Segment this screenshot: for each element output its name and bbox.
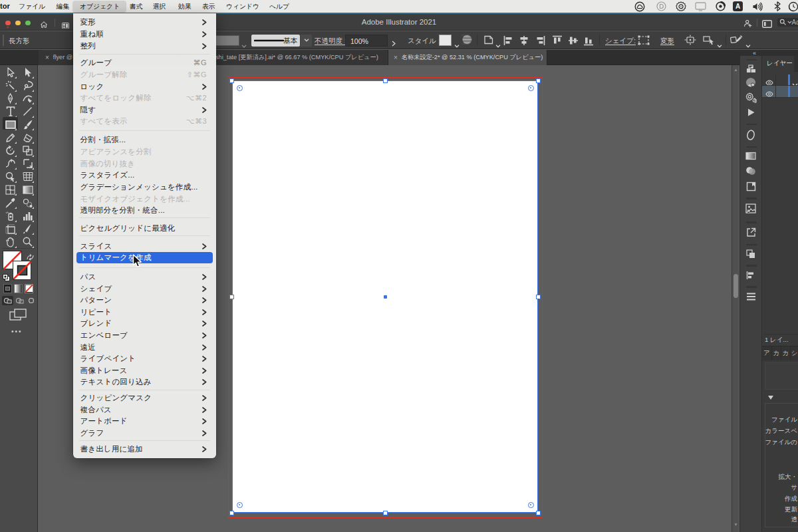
selection-handle[interactable] — [229, 511, 234, 515]
corner-widget[interactable] — [237, 85, 243, 91]
default-fill-stroke-icon[interactable] — [3, 272, 10, 284]
eyedropper-tool[interactable] — [4, 197, 17, 209]
pencil-tool[interactable] — [4, 132, 17, 144]
libraries-icon[interactable] — [740, 63, 762, 74]
menubar-item-5[interactable]: 効果 — [178, 0, 192, 13]
share-document-icon[interactable] — [743, 19, 752, 31]
menu-item-整列[interactable]: 整列 — [76, 40, 213, 52]
menubar-item-3[interactable]: 書式 — [130, 0, 143, 13]
selection-tool[interactable] — [4, 66, 17, 79]
menubar-item-8[interactable]: ヘルプ — [269, 0, 289, 13]
selection-handle[interactable] — [536, 295, 541, 299]
display-icon[interactable] — [694, 1, 706, 11]
gears-icon[interactable] — [740, 92, 762, 104]
corner-widget[interactable] — [528, 502, 534, 508]
column-graph-tool[interactable] — [21, 209, 34, 222]
menu-item-クリッピングマスク[interactable]: クリッピングマスク — [76, 392, 213, 404]
volume-icon[interactable] — [751, 1, 763, 11]
menu-lines-icon[interactable] — [740, 291, 762, 303]
panel-collapse-triangle[interactable] — [768, 396, 773, 400]
opacity-expand-chevron-icon[interactable] — [392, 37, 396, 49]
isolate-selection-icon[interactable] — [703, 35, 715, 48]
align-center-h-icon[interactable] — [519, 35, 529, 49]
zoom-tool[interactable] — [21, 235, 34, 248]
menu-item-画像トレース[interactable]: 画像トレース — [76, 364, 213, 376]
isolate-chevron-icon[interactable] — [717, 39, 722, 51]
panel-drag-handle[interactable] — [746, 124, 757, 126]
menu-item-複合パス[interactable]: 複合パス — [76, 404, 213, 416]
line-segment-tool[interactable] — [21, 105, 34, 118]
align-center-v-icon[interactable] — [568, 35, 579, 49]
rectangle-tool[interactable] — [4, 118, 17, 131]
menubar-item-1[interactable]: 編集 — [57, 0, 70, 13]
menu-item-ブレンド[interactable]: ブレンド — [76, 318, 213, 330]
search-input[interactable]: Ad — [777, 18, 798, 27]
color-icon[interactable] — [740, 76, 762, 88]
gear-badge-icon[interactable] — [675, 1, 687, 11]
brush-chevron-button[interactable] — [301, 35, 312, 47]
shape-widget-icon[interactable] — [638, 35, 650, 48]
actions-icon[interactable] — [740, 106, 762, 118]
panel-mini-tab-3[interactable]: シ — [791, 346, 798, 360]
paintbrush-tool[interactable] — [21, 118, 34, 131]
selection-center-point[interactable] — [384, 295, 387, 299]
menu-item-グラデーションメッシュを作成...[interactable]: グラデーションメッシュを作成... — [76, 182, 213, 194]
menu-item-画像の切り抜き[interactable]: 画像の切り抜き — [76, 158, 213, 170]
menu-item-グループ解除[interactable]: グループ解除⇧⌘G — [76, 69, 213, 81]
panel-drag-handle[interactable] — [746, 59, 757, 61]
document-setup-chevron-icon[interactable] — [495, 39, 501, 51]
menu-item-ライブペイント[interactable]: ライブペイント — [76, 353, 213, 365]
menu-item-パターン[interactable]: パターン — [76, 295, 213, 307]
selection-handle[interactable] — [536, 78, 541, 83]
selection-handle[interactable] — [536, 511, 541, 515]
menu-item-すべてを表示[interactable]: すべてを表示⌥⌘3 — [76, 116, 213, 128]
menu-item-エンベロープ[interactable]: エンベロープ — [76, 330, 213, 342]
brush-definition-select[interactable]: 基本 — [251, 35, 300, 47]
panel-drag-handle[interactable] — [746, 286, 757, 288]
align-right-icon[interactable] — [535, 35, 545, 49]
close-tab-icon[interactable]: × — [394, 54, 398, 61]
docker-icon[interactable] — [655, 1, 667, 11]
export-icon[interactable] — [740, 227, 762, 239]
curvature-tool[interactable] — [21, 92, 34, 105]
shape-link[interactable]: シェイプ: — [605, 37, 636, 46]
perspective-grid-tool[interactable] — [21, 170, 34, 183]
panel-mini-tab-2[interactable]: カ — [781, 346, 791, 360]
panel-drag-handle[interactable] — [746, 146, 757, 148]
align-left-icon[interactable] — [503, 35, 514, 49]
stroke-swatch-chevron-icon[interactable] — [241, 39, 247, 51]
close-tab-icon[interactable]: × — [45, 54, 49, 61]
properties-widget-icon[interactable] — [730, 35, 743, 48]
menu-item-モザイクオブジェクトを作成...[interactable]: モザイクオブジェクトを作成... — [76, 193, 213, 205]
direct-selection-tool[interactable] — [21, 66, 34, 79]
panel-drag-handle[interactable] — [746, 221, 757, 223]
corner-widget[interactable] — [528, 85, 534, 91]
document-setup-globe-icon[interactable] — [462, 34, 473, 48]
selection-handle[interactable] — [229, 295, 234, 299]
style-swatch[interactable] — [439, 35, 452, 46]
bounding-box-icon[interactable] — [684, 35, 696, 48]
menubar-item-7[interactable]: ウィンドウ — [226, 0, 259, 13]
menu-item-すべてをロック解除[interactable]: すべてをロック解除⌥⌘2 — [76, 92, 213, 104]
free-transform-tool[interactable] — [21, 158, 34, 170]
eraser-tool[interactable] — [21, 132, 34, 144]
menu-item-アピアランスを分割[interactable]: アピアランスを分割 — [76, 146, 213, 158]
menu-item-グループ[interactable]: グループ⌘G — [76, 57, 213, 69]
slice-tool[interactable] — [21, 223, 34, 235]
hand-tool[interactable] — [4, 235, 17, 248]
gradient-mode-button[interactable] — [14, 284, 23, 293]
menubar-item-4[interactable]: 選択 — [153, 0, 166, 13]
screen-mode-icon[interactable] — [9, 309, 27, 325]
gradient-tool[interactable] — [21, 184, 34, 196]
layer-row-selected[interactable] — [762, 86, 798, 97]
transparency-icon[interactable] — [740, 165, 762, 177]
bluetooth-icon[interactable] — [771, 1, 783, 11]
menu-item-書き出し用に追加[interactable]: 書き出し用に追加 — [76, 443, 213, 455]
gradient-icon[interactable] — [740, 150, 762, 162]
eye-icon[interactable] — [765, 88, 773, 100]
type-tool[interactable] — [4, 105, 17, 118]
selection-handle[interactable] — [383, 78, 388, 83]
draw-normal-mode-button[interactable] — [2, 296, 13, 305]
menu-item-透明部分を分割・統合...[interactable]: 透明部分を分割・統合... — [76, 205, 213, 217]
draw-behind-mode-button[interactable] — [14, 296, 25, 305]
